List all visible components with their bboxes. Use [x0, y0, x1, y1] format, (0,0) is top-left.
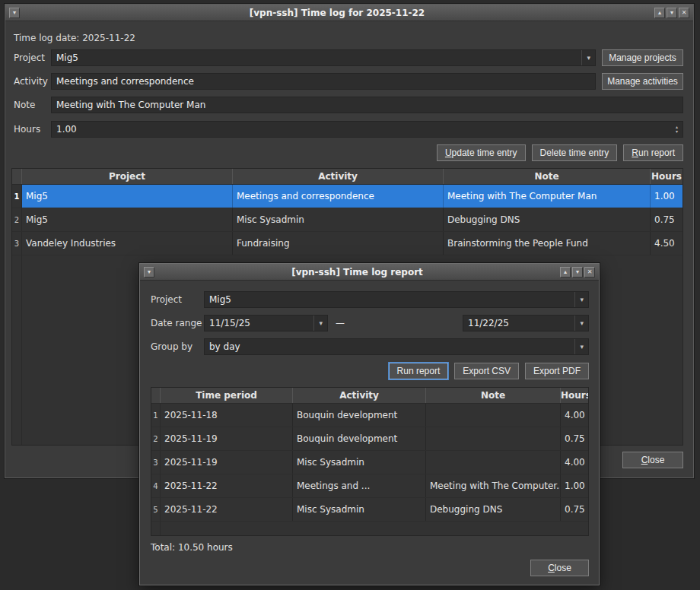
total-hours-label: Total: 10.50 hours — [151, 542, 233, 553]
cell-activity: Meetings and ... — [293, 474, 426, 497]
delete-time-entry-button[interactable]: Delete time entry — [532, 144, 618, 161]
table-row[interactable]: 5 2025-11-22 Misc Sysadmin Debugging DNS… — [151, 498, 588, 522]
spin-down-icon[interactable]: ▾ — [676, 129, 678, 134]
row-number: 1 — [151, 404, 161, 427]
activity-label: Activity — [14, 73, 48, 90]
header-row-number — [12, 169, 22, 184]
main-close-button[interactable]: Close — [622, 452, 683, 468]
group-by-select[interactable]: by day ▾ — [204, 338, 589, 355]
table-row[interactable]: 1 Mig5 Meetings and correspondence Meeti… — [12, 185, 682, 208]
row-number: 5 — [151, 498, 161, 521]
report-table: Time period Activity Note Hours 1 2025-1… — [151, 387, 589, 536]
close-icon[interactable]: ✕ — [679, 8, 689, 18]
minimize-icon[interactable]: ▾ — [572, 267, 583, 278]
report-actions: Run report Export CSV Export PDF — [204, 363, 589, 379]
export-csv-button[interactable]: Export CSV — [454, 363, 519, 379]
row-number: 1 — [12, 185, 22, 208]
report-window-title: [vpn-ssh] Time log report — [155, 267, 559, 278]
manage-projects-button[interactable]: Manage projects — [602, 49, 683, 66]
cell-note — [426, 451, 561, 474]
report-table-header: Time period Activity Note Hours — [151, 388, 588, 404]
report-run-report-button[interactable]: Run report — [389, 363, 449, 379]
cell-hours: 0.75 — [651, 208, 682, 231]
main-titlebar[interactable]: ▾ [vpn-ssh] Time log for 2025-11-22 ▴ ▾ … — [5, 5, 693, 21]
row-number: 3 — [12, 232, 22, 255]
table-row[interactable]: 3 2025-11-19 Misc Sysadmin 4.00 — [151, 451, 588, 474]
time-log-table-header: Project Activity Note Hours — [12, 169, 682, 185]
minimize-icon[interactable]: ▾ — [667, 8, 677, 18]
hours-input-value: 1.00 — [56, 124, 77, 135]
chevron-down-icon: ▾ — [574, 292, 584, 307]
activity-input-value: Meetings and correspondence — [56, 76, 194, 87]
header-time-period[interactable]: Time period — [161, 388, 293, 403]
cell-project: Vandeley Industries — [22, 232, 233, 255]
row-number: 3 — [151, 451, 161, 474]
header-hours[interactable]: Hours — [651, 169, 682, 184]
cell-project: Mig5 — [22, 185, 233, 208]
maximize-icon[interactable]: ▴ — [654, 8, 665, 18]
table-empty-area — [151, 522, 588, 535]
main-window-title: [vpn-ssh] Time log for 2025-11-22 — [21, 8, 654, 18]
note-input[interactable]: Meeting with The Computer Man — [51, 97, 683, 113]
header-note[interactable]: Note — [426, 388, 561, 403]
header-row-number — [151, 388, 161, 403]
time-log-date-label: Time log date: 2025-11-22 — [14, 30, 135, 46]
header-activity[interactable]: Activity — [293, 388, 426, 403]
note-label: Note — [14, 97, 35, 113]
cell-time-period: 2025-11-18 — [161, 404, 293, 427]
report-close-button[interactable]: Close — [530, 560, 589, 576]
header-note[interactable]: Note — [444, 169, 651, 184]
cell-activity: Meetings and correspondence — [233, 185, 444, 208]
maximize-icon[interactable]: ▴ — [560, 267, 571, 278]
table-row[interactable]: 3 Vandeley Industries Fundraising Brains… — [12, 232, 682, 255]
header-hours[interactable]: Hours — [561, 388, 588, 403]
run-report-button[interactable]: Run report — [623, 144, 683, 161]
cell-hours: 1.00 — [561, 474, 588, 497]
date-range-label: Date range — [151, 315, 202, 331]
date-range-separator: — — [336, 315, 345, 331]
row-number-gutter — [151, 522, 161, 535]
cell-time-period: 2025-11-22 — [161, 498, 293, 521]
cell-hours: 4.00 — [561, 404, 588, 427]
table-row[interactable]: 2 Mig5 Misc Sysadmin Debugging DNS 0.75 — [12, 208, 682, 232]
cell-hours: 1.00 — [651, 185, 682, 208]
cell-note: Debugging DNS — [426, 498, 561, 521]
date-to-select[interactable]: 11/22/25 ▾ — [463, 315, 589, 331]
chevron-down-icon: ▾ — [313, 316, 323, 331]
cell-note: Meeting with The Computer... — [426, 474, 561, 497]
hours-input[interactable]: 1.00 ▴ ▾ — [51, 121, 683, 138]
cell-activity: Misc Sysadmin — [293, 451, 426, 474]
window-menu-icon[interactable]: ▾ — [144, 267, 154, 278]
cell-hours: 4.50 — [651, 232, 682, 255]
report-window: ▾ [vpn-ssh] Time log report ▴ ▾ ✕ Projec… — [139, 263, 600, 585]
export-pdf-button[interactable]: Export PDF — [525, 363, 589, 379]
cell-note — [426, 404, 561, 427]
hours-stepper[interactable]: ▴ ▾ — [676, 125, 678, 134]
header-project[interactable]: Project — [22, 169, 233, 184]
header-activity[interactable]: Activity — [233, 169, 444, 184]
cell-note — [426, 427, 561, 450]
update-time-entry-button[interactable]: Update time entry — [437, 144, 526, 161]
window-menu-icon[interactable]: ▾ — [9, 8, 20, 18]
manage-activities-button[interactable]: Manage activities — [602, 73, 683, 90]
project-label: Project — [14, 49, 45, 66]
report-project-label: Project — [151, 291, 182, 308]
project-select[interactable]: Mig5 ▾ — [51, 49, 596, 66]
chevron-down-icon: ▾ — [581, 50, 590, 65]
date-from-select[interactable]: 11/15/25 ▾ — [204, 315, 328, 331]
report-titlebar[interactable]: ▾ [vpn-ssh] Time log report ▴ ▾ ✕ — [140, 264, 599, 281]
chevron-down-icon: ▾ — [574, 339, 584, 354]
row-number: 2 — [151, 427, 161, 450]
close-icon[interactable]: ✕ — [584, 267, 595, 278]
cell-activity: Fundraising — [233, 232, 444, 255]
table-row[interactable]: 2 2025-11-19 Bouquin development 0.75 — [151, 427, 588, 451]
date-to-value: 11/22/25 — [468, 318, 509, 328]
table-row[interactable]: 1 2025-11-18 Bouquin development 4.00 — [151, 404, 588, 427]
row-number: 4 — [151, 474, 161, 497]
report-project-select[interactable]: Mig5 ▾ — [204, 291, 589, 308]
table-row[interactable]: 4 2025-11-22 Meetings and ... Meeting wi… — [151, 474, 588, 498]
cell-activity: Bouquin development — [293, 404, 426, 427]
cell-time-period: 2025-11-22 — [161, 474, 293, 497]
activity-input[interactable]: Meetings and correspondence — [51, 73, 596, 90]
cell-activity: Bouquin development — [293, 427, 426, 450]
